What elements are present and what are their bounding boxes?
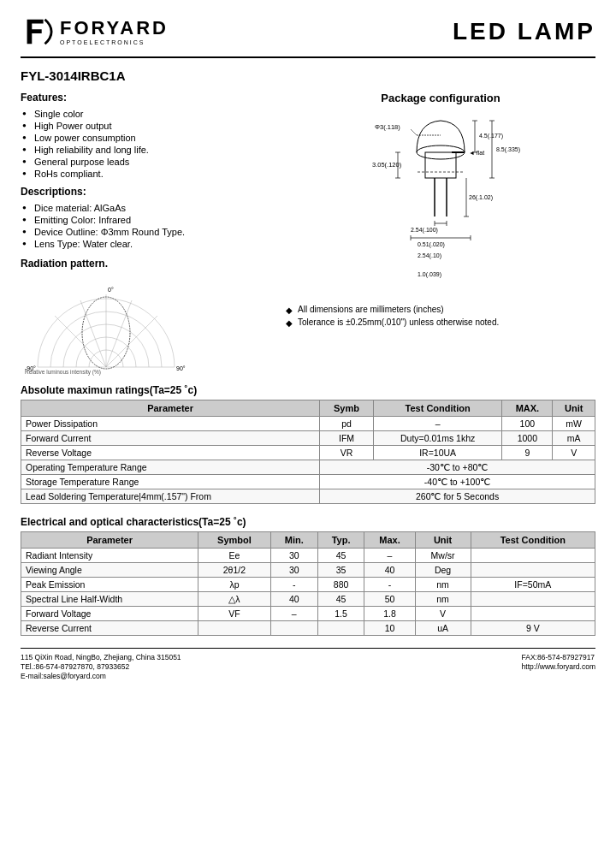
table-cell: 50 [364, 592, 415, 607]
abs-max-section: Absolute maximun ratings(Ta=25 ˚c) Param… [21, 384, 595, 504]
footer: 115 QiXin Road, NingBo, Zhejiang, China … [21, 648, 595, 680]
svg-text:3.05(.120): 3.05(.120) [372, 161, 402, 169]
table-cell: 9 V [471, 621, 595, 636]
table-row: Peak Emissionλp-880-nmIF=50mA [21, 578, 595, 592]
table-cell: Forward Current [21, 431, 320, 446]
table-cell: 2θ1/2 [198, 563, 271, 578]
desc-3: Device Outline: Φ3mm Round Type. [21, 227, 277, 237]
desc-2: Emitting Color: Infrared [21, 215, 277, 225]
eo-col-max: Max. [364, 532, 415, 549]
svg-text:26(.1.02): 26(.1.02) [469, 194, 493, 201]
feature-1: Single color [21, 109, 277, 119]
eo-col-testcond: Test Condition [471, 532, 595, 549]
feature-5: General purpose leads [21, 157, 277, 167]
table-cell: 1.8 [364, 607, 415, 621]
footer-web: http://www.foryard.com [522, 662, 595, 671]
svg-line-5 [55, 316, 106, 367]
table-cell: 30 [270, 549, 317, 563]
notes-area: ◆ All dimensions are millimeters (inches… [286, 305, 595, 328]
eo-col-unit: Unit [415, 532, 471, 549]
radiation-title: Radiation pattern. [21, 258, 277, 270]
col-right: Package configuration [286, 92, 595, 376]
table-cell: △λ [198, 592, 271, 607]
table-cell: nm [415, 578, 471, 592]
cell-value: -30℃ to +80℃ [320, 460, 595, 475]
table-row: Power Dissipationpd–100mW [21, 417, 595, 431]
table-cell [471, 549, 595, 563]
table-cell: 45 [317, 592, 364, 607]
note-2-text: Tolerance is ±0.25mm(.010") unless other… [298, 317, 499, 327]
package-svg: 3.05(.120) 4.5(.177) 8.5(.335) 2.54(. [325, 105, 556, 302]
table-cell: - [270, 578, 317, 592]
table-cell: - [364, 578, 415, 592]
table-cell: Spectral Line Half-Width [21, 592, 198, 607]
table-cell: V [415, 607, 471, 621]
svg-line-6 [106, 300, 132, 367]
table-cell: 1000 [502, 431, 553, 446]
footer-address: 115 QiXin Road, NingBo, Zhejiang, China … [21, 653, 181, 661]
table-cell [471, 563, 595, 578]
table-cell: 1.5 [317, 607, 364, 621]
part-number: FYL-3014IRBC1A [21, 68, 595, 83]
col-symb: Symb [320, 400, 374, 417]
descriptions-title: Descriptions: [21, 186, 277, 198]
col-left: Features: Single color High Power output… [21, 92, 277, 376]
svg-text:1.0(.039): 1.0(.039) [418, 271, 441, 278]
col-max: MAX. [502, 400, 553, 417]
table-cell: pd [320, 417, 374, 431]
table-cell: IF=50mA [471, 578, 595, 592]
logo-text: FORYARD OPTOELECTRONICS [60, 19, 169, 45]
table-cell: Peak Emission [21, 578, 198, 592]
table-cell: – [364, 549, 415, 563]
svg-text:4.5(.177): 4.5(.177) [479, 133, 503, 139]
radiation-diagram: 0° 90° -90° Relative luminous intensity … [21, 273, 192, 376]
table-row: Spectral Line Half-Width△λ404550nm [21, 592, 595, 607]
table-cell: 10 [364, 621, 415, 636]
table-cell: – [270, 607, 317, 621]
note-1: ◆ All dimensions are millimeters (inches… [286, 305, 595, 315]
table-cell: 30 [270, 563, 317, 578]
descriptions-list: Dice material: AlGaAs Emitting Color: In… [21, 203, 277, 249]
eo-col-symbol: Symbol [198, 532, 271, 549]
col-unit: Unit [553, 400, 595, 417]
footer-tel: TEl.:86-574-87927870, 87933652 [21, 662, 181, 671]
table-cell: λp [198, 578, 271, 592]
footer-left: 115 QiXin Road, NingBo, Zhejiang, China … [21, 653, 181, 680]
table-cell: Forward Voltage [21, 607, 198, 621]
feature-2: High Power output [21, 121, 277, 131]
table-row: Forward CurrentIFMDuty=0.01ms 1khz1000mA [21, 431, 595, 446]
radiation-svg: 0° 90° -90° Relative luminous intensity … [21, 273, 192, 376]
svg-text:0°: 0° [108, 287, 114, 293]
table-row: Operating Temperature Range-30℃ to +80℃ [21, 460, 595, 475]
feature-4: High reliability and long life. [21, 145, 277, 155]
svg-text:2.54(.10): 2.54(.10) [418, 252, 441, 259]
footer-right: FAX:86-574-87927917 http://www.foryard.c… [522, 653, 595, 680]
header: FORYARD OPTOELECTRONICS LED LAMP [21, 15, 595, 58]
table-cell: uA [415, 621, 471, 636]
abs-max-table: Parameter Symb Test Condition MAX. Unit … [21, 400, 595, 504]
svg-line-39 [411, 129, 417, 135]
two-col: Features: Single color High Power output… [21, 92, 595, 376]
note-2: ◆ Tolerance is ±0.25mm(.010") unless oth… [286, 317, 595, 328]
table-cell: mW [553, 417, 595, 431]
product-title: LED LAMP [453, 18, 595, 45]
feature-3: Low power consumption [21, 133, 277, 143]
table-cell: 100 [502, 417, 553, 431]
feature-6: RoHs compliant. [21, 169, 277, 179]
table-row: Radiant IntensityEe3045–Mw/sr [21, 549, 595, 563]
table-cell: IR=10UA [373, 446, 502, 460]
abs-max-title: Absolute maximun ratings(Ta=25 ˚c) [21, 384, 595, 396]
table-cell: mA [553, 431, 595, 446]
table-row: Reverse Current10uA9 V [21, 621, 595, 636]
table-cell: V [553, 446, 595, 460]
svg-text:2.54(.100): 2.54(.100) [411, 227, 438, 234]
table-cell [270, 621, 317, 636]
svg-text:Relative luminous intensity (%: Relative luminous intensity (%) [25, 369, 101, 376]
svg-text:Φ3(.118): Φ3(.118) [375, 123, 400, 131]
table-cell: Radiant Intensity [21, 549, 198, 563]
elec-opt-table: Parameter Symbol Min. Typ. Max. Unit Tes… [21, 531, 595, 636]
logo-icon [21, 15, 53, 48]
table-cell: Power Dissipation [21, 417, 320, 431]
svg-rect-14 [425, 152, 456, 178]
col-testcond: Test Condition [373, 400, 502, 417]
